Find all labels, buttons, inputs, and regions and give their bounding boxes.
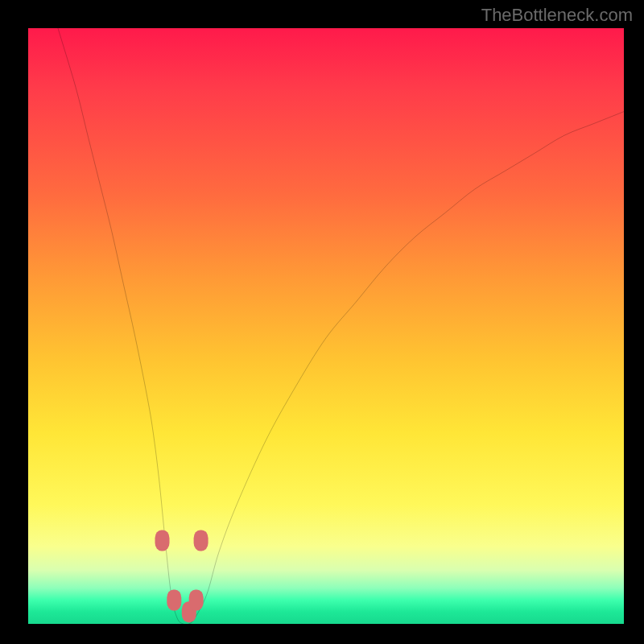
curve-marker	[194, 530, 208, 551]
curve-marker	[155, 530, 170, 551]
markers-layer	[28, 28, 624, 624]
plot-area	[28, 28, 624, 624]
curve-marker	[189, 589, 204, 610]
curve-marker	[167, 589, 181, 610]
watermark-text: TheBottleneck.com	[481, 5, 633, 26]
chart-frame: TheBottleneck.com	[0, 0, 644, 644]
